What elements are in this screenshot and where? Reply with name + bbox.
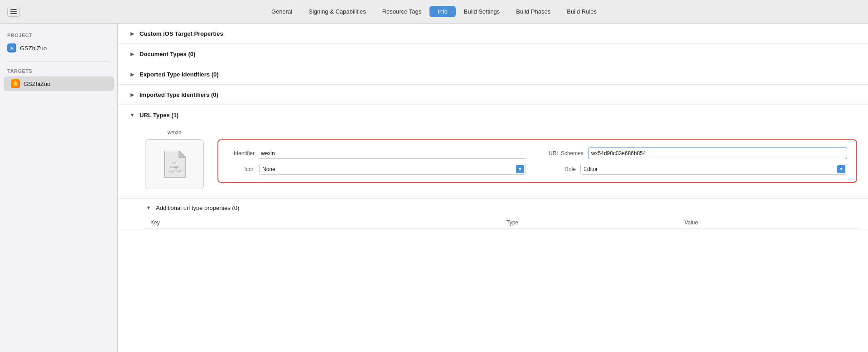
icon-label: Icon — [227, 166, 255, 172]
toolbar: General Signing & Capabilities Resource … — [0, 0, 868, 24]
additional-title: Additional url type properties (0) — [156, 205, 239, 211]
sidebar-toggle-button[interactable] — [7, 7, 20, 17]
sidebar-toggle-icon — [10, 9, 17, 14]
additional-section: ▼ Additional url type properties (0) Key… — [118, 199, 868, 229]
icon-select[interactable]: None — [259, 164, 526, 175]
svg-text:image: image — [170, 166, 178, 169]
tab-general[interactable]: General — [263, 6, 300, 17]
custom-ios-section-row[interactable]: ▶ Custom iOS Target Properties — [118, 24, 868, 44]
url-type-form: Identifier URL Schemes — [217, 139, 857, 183]
targets-section-label: TARGETS — [0, 68, 117, 76]
tab-info[interactable]: Info — [429, 6, 456, 17]
identifier-label: Identifier — [227, 150, 255, 157]
url-types-chevron: ▼ — [129, 111, 136, 119]
sidebar-divider — [7, 62, 110, 62]
document-types-title: Document Types (0) — [140, 51, 195, 57]
document-types-section-row[interactable]: ▶ Document Types (0) — [118, 44, 868, 64]
project-section-label: PROJECT — [0, 33, 117, 41]
tab-build-rules[interactable]: Build Rules — [559, 6, 605, 17]
url-types-header[interactable]: ▼ URL Types (1) — [118, 105, 868, 125]
file-icon: No image specified — [163, 151, 186, 178]
role-select[interactable]: None Editor Viewer Shell — [580, 164, 847, 175]
form-row-identifier: Identifier URL Schemes — [227, 147, 847, 159]
col-type: Type — [501, 217, 679, 229]
toolbar-left — [7, 7, 20, 17]
nav-tabs: General Signing & Capabilities Resource … — [263, 6, 605, 17]
url-schemes-label: URL Schemes — [549, 150, 583, 157]
icon-select-wrapper: None ▼ — [259, 164, 526, 175]
sidebar: PROJECT A GSZhiZuo TARGETS ⭐ GSZhiZuo — [0, 24, 118, 352]
project-icon: A — [7, 43, 16, 52]
tab-signing[interactable]: Signing & Capabilities — [300, 6, 374, 17]
imported-types-section-row[interactable]: ▶ Imported Type Identifiers (0) — [118, 85, 868, 105]
url-type-item-label: wexin — [145, 129, 204, 136]
content-area: ▶ Custom iOS Target Properties ▶ Documen… — [118, 24, 868, 352]
imported-types-chevron: ▶ — [129, 91, 136, 98]
col-value: Value — [679, 217, 857, 229]
exported-types-chevron: ▶ — [129, 71, 136, 78]
url-types-content: wexin No image specified — [118, 125, 868, 198]
main-layout: PROJECT A GSZhiZuo TARGETS ⭐ GSZhiZuo — [0, 24, 868, 352]
svg-text:A: A — [10, 46, 13, 50]
target-icon: ⭐ — [11, 79, 20, 88]
sidebar-project-item[interactable]: A GSZhiZuo — [0, 41, 117, 55]
url-schemes-input[interactable] — [588, 147, 847, 159]
document-types-chevron: ▶ — [129, 50, 136, 57]
exported-types-section-row[interactable]: ▶ Exported Type Identifiers (0) — [118, 64, 868, 85]
url-type-icon-box: No image specified — [145, 139, 204, 189]
svg-text:specified: specified — [168, 170, 181, 173]
additional-chevron: ▼ — [145, 204, 152, 211]
identifier-input[interactable] — [259, 148, 526, 159]
url-type-row: No image specified Identifi — [145, 139, 857, 189]
exported-types-title: Exported Type Identifiers (0) — [140, 71, 219, 78]
target-name: GSZhiZuo — [24, 81, 50, 87]
tab-build-phases[interactable]: Build Phases — [508, 6, 559, 17]
project-name: GSZhiZuo — [20, 45, 47, 52]
tab-resource-tags[interactable]: Resource Tags — [374, 6, 429, 17]
svg-text:No: No — [173, 162, 177, 165]
custom-ios-title: Custom iOS Target Properties — [140, 30, 223, 37]
form-row-icon-role: Icon None ▼ Role — [227, 164, 847, 175]
additional-header[interactable]: ▼ Additional url type properties (0) — [145, 204, 857, 211]
url-types-section: ▼ URL Types (1) wexin No — [118, 105, 868, 199]
custom-ios-chevron: ▶ — [129, 30, 136, 37]
col-key: Key — [145, 217, 501, 229]
url-types-title: URL Types (1) — [140, 112, 178, 119]
role-label: Role — [549, 166, 576, 172]
imported-types-title: Imported Type Identifiers (0) — [140, 91, 218, 98]
tab-build-settings[interactable]: Build Settings — [456, 6, 508, 17]
sidebar-target-gszhizuo[interactable]: ⭐ GSZhiZuo — [4, 76, 114, 91]
role-select-wrapper: None Editor Viewer Shell ▼ — [580, 164, 847, 175]
app-window: General Signing & Capabilities Resource … — [0, 0, 868, 352]
properties-table: Key Type Value — [145, 217, 857, 229]
